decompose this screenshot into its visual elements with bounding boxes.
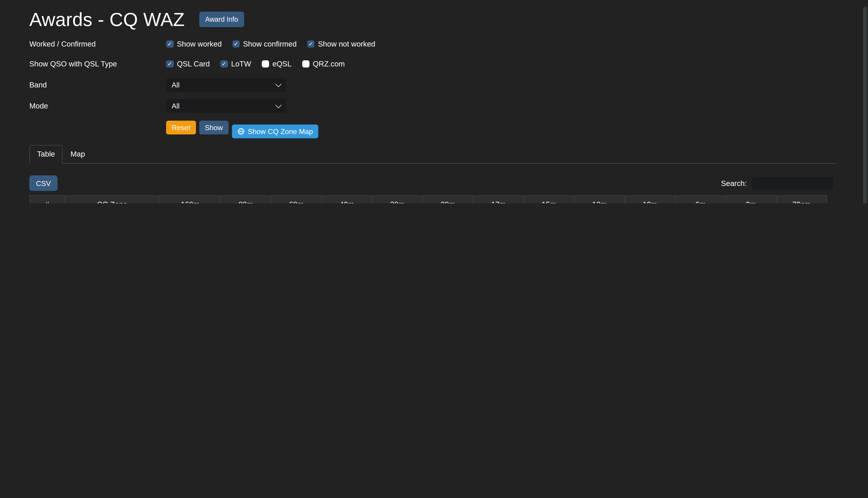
tab-table[interactable]: Table — [29, 145, 63, 164]
check-icon: ✓ — [167, 41, 172, 47]
checkbox-show-confirmed[interactable]: ✓Show confirmed — [232, 40, 297, 48]
checked-checkbox-box[interactable]: ✓ — [232, 40, 239, 48]
checkbox-label: LoTW — [231, 60, 251, 68]
mode-select[interactable]: All — [166, 99, 286, 113]
checkbox-show-worked[interactable]: ✓Show worked — [166, 40, 222, 48]
unchecked-checkbox-box[interactable] — [302, 60, 309, 68]
column-header-40m[interactable]: 40m — [322, 196, 372, 204]
table-toolbar: CSV Search: — [29, 175, 833, 191]
page-title: Awards - CQ WAZ — [29, 8, 185, 31]
reset-button[interactable]: Reset — [166, 121, 196, 134]
chevron-down-icon — [275, 81, 282, 87]
search-label: Search: — [721, 179, 747, 187]
checkbox-label: eQSL — [272, 60, 292, 68]
page-scrollbar[interactable] — [863, 6, 867, 204]
qsl-type-options: ✓QSL Card✓LoTWeQSLQRZ.com — [166, 60, 355, 68]
check-icon: ✓ — [309, 41, 313, 47]
qsl-type-row: Show QSO with QSL Type ✓QSL Card✓LoTWeQS… — [29, 57, 836, 71]
band-select-value: All — [171, 81, 180, 89]
column-header-blank[interactable]: # — [30, 196, 64, 204]
search-input[interactable] — [752, 177, 833, 189]
worked-confirmed-label: Worked / Confirmed — [29, 40, 166, 48]
checkbox-label: QSL Card — [177, 60, 210, 68]
tab-bar: Table Map — [29, 145, 836, 164]
band-row: Band All — [29, 78, 836, 92]
column-header-17m[interactable]: 17m — [473, 196, 523, 204]
column-header-15m[interactable]: 15m — [524, 196, 574, 204]
checked-checkbox-box[interactable]: ✓ — [166, 40, 173, 48]
column-header-10m[interactable]: 10m — [625, 196, 675, 204]
band-select[interactable]: All — [166, 78, 286, 92]
award-info-button[interactable]: Award Info — [199, 11, 244, 27]
tab-map[interactable]: Map — [63, 145, 93, 164]
column-header-6m[interactable]: 6m — [675, 196, 726, 204]
zones-table-header: #CQ Zone160m80m60m40m30m20m17m15m12m10m6… — [30, 196, 827, 204]
worked-confirmed-row: Worked / Confirmed ✓Show worked✓Show con… — [29, 37, 836, 51]
qsl-type-label: Show QSO with QSL Type — [29, 60, 166, 68]
column-header-2m[interactable]: 2m — [726, 196, 776, 204]
mode-row: Mode All — [29, 99, 836, 113]
globe-icon — [237, 128, 244, 135]
zones-table: #CQ Zone160m80m60m40m30m20m17m15m12m10m6… — [29, 195, 827, 204]
show-cq-zone-map-button[interactable]: Show CQ Zone Map — [232, 124, 319, 138]
action-buttons: Reset Show Show CQ Zone Map — [166, 121, 319, 138]
checkbox-label: QRZ.com — [313, 60, 345, 68]
show-cq-zone-map-label: Show CQ Zone Map — [248, 127, 313, 135]
check-icon: ✓ — [222, 61, 227, 67]
checkbox-show-not-worked[interactable]: ✓Show not worked — [307, 40, 375, 48]
page-header: Awards - CQ WAZ Award Info — [29, 7, 836, 31]
mode-select-value: All — [171, 102, 180, 110]
column-header-160m[interactable]: 160m — [160, 196, 221, 204]
checkbox-label: Show confirmed — [243, 40, 297, 48]
checked-checkbox-box[interactable]: ✓ — [307, 40, 315, 48]
checkbox-qrz-com[interactable]: QRZ.com — [302, 60, 345, 68]
column-header-70cm[interactable]: 70cm — [776, 196, 827, 204]
band-label: Band — [29, 81, 166, 89]
csv-button[interactable]: CSV — [29, 175, 57, 191]
check-icon: ✓ — [167, 61, 172, 67]
column-header-30m[interactable]: 30m — [372, 196, 423, 204]
checkbox-eqsl[interactable]: eQSL — [261, 60, 292, 68]
column-header-20m[interactable]: 20m — [423, 196, 473, 204]
column-header-12m[interactable]: 12m — [574, 196, 624, 204]
check-icon: ✓ — [233, 41, 238, 47]
mode-label: Mode — [29, 102, 166, 110]
checkbox-lotw[interactable]: ✓LoTW — [220, 60, 251, 68]
checkbox-label: Show worked — [177, 40, 221, 48]
page-content: Awards - CQ WAZ Award Info Worked / Conf… — [29, 0, 836, 204]
header-row: #CQ Zone160m80m60m40m30m20m17m15m12m10m6… — [30, 196, 827, 204]
checked-checkbox-box[interactable]: ✓ — [166, 60, 173, 68]
worked-confirmed-options: ✓Show worked✓Show confirmed✓Show not wor… — [166, 40, 386, 48]
column-header-80m[interactable]: 80m — [221, 196, 271, 204]
show-button[interactable]: Show — [199, 121, 229, 134]
column-header-60m[interactable]: 60m — [271, 196, 321, 204]
column-header-cq-zone[interactable]: CQ Zone — [64, 196, 159, 204]
checked-checkbox-box[interactable]: ✓ — [220, 60, 228, 68]
awards-cq-waz-page: Awards - CQ WAZ Award Info Worked / Conf… — [0, 0, 868, 204]
actions-row: Reset Show Show CQ Zone Map — [29, 121, 836, 138]
unchecked-checkbox-box[interactable] — [261, 60, 269, 68]
chevron-down-icon — [275, 102, 282, 108]
search-control: Search: — [721, 177, 833, 189]
zones-table-wrapper: #CQ Zone160m80m60m40m30m20m17m15m12m10m6… — [29, 195, 832, 204]
checkbox-qsl-card[interactable]: ✓QSL Card — [166, 60, 210, 68]
checkbox-label: Show not worked — [318, 40, 375, 48]
